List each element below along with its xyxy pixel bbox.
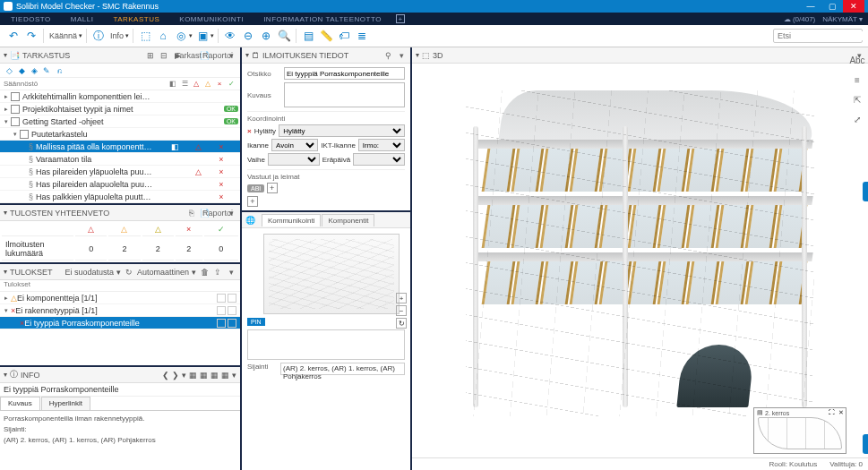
expand-icon[interactable]: ▾ <box>2 307 11 314</box>
hylatty-select[interactable]: Hylätty <box>279 124 405 137</box>
collapse-icon[interactable]: ▾ <box>245 51 249 59</box>
snapshot-image[interactable] <box>263 234 400 314</box>
vaihe-select[interactable] <box>268 153 320 166</box>
expand-icon[interactable]: ▾ <box>11 131 20 138</box>
add-snapshot-button[interactable]: + <box>396 293 407 303</box>
box-icon[interactable]: ▣ <box>194 28 211 44</box>
expand-icon[interactable]: ▸ <box>2 295 11 302</box>
grid2-icon[interactable]: ▦ <box>200 371 208 380</box>
tab-tarkastus[interactable]: TARKASTUS <box>107 13 165 25</box>
add-tab-button[interactable]: + <box>396 14 405 23</box>
sync-status[interactable]: ☁ (0/407) <box>784 15 816 23</box>
tab-informaatio[interactable]: INFORMAATION TALTEENOTTO <box>258 13 387 25</box>
report-label[interactable]: Raportoi <box>212 50 223 61</box>
layers-icon[interactable]: ≣ <box>354 28 370 44</box>
export-icon[interactable]: ⇱ <box>850 92 864 107</box>
tab-kommunikointi[interactable]: KOMMUNIKOINTI <box>174 13 249 25</box>
panel-menu-icon[interactable]: ▾ <box>226 50 236 61</box>
abi-tag[interactable]: ABI <box>247 184 264 192</box>
panel-menu-icon[interactable]: ▾ <box>396 50 407 61</box>
home-icon[interactable]: ⌂ <box>155 28 171 44</box>
settings-plus-icon[interactable]: ⊞ <box>145 50 156 61</box>
panel-menu-icon[interactable]: ▾ <box>226 208 236 218</box>
tab-kuvaus[interactable]: Kuvaus <box>0 397 40 410</box>
tab-komponentit[interactable]: Komponentit <box>322 214 374 226</box>
share-icon[interactable]: ⇪ <box>212 267 223 278</box>
rule-row[interactable]: §Has palkkien yläpuolelta puuttuvat komp… <box>0 191 240 203</box>
pin-icon[interactable]: ⚲ <box>382 50 393 61</box>
grid4-icon[interactable]: ▦ <box>221 371 229 380</box>
select-icon[interactable]: ⬚ <box>137 28 153 44</box>
add-row-button[interactable]: + <box>247 196 258 207</box>
settings-minus-icon[interactable]: ⊟ <box>159 50 169 61</box>
reject-icon[interactable]: × <box>247 127 252 135</box>
target-icon[interactable]: ◎ <box>173 28 189 44</box>
side-handle[interactable] <box>863 434 868 454</box>
checkbox[interactable] <box>11 105 20 114</box>
zoom-target-icon[interactable]: 🔍 <box>276 28 292 44</box>
window-maximize-button[interactable]: ▢ <box>821 0 843 13</box>
zoom-out-icon[interactable]: ⊖ <box>240 28 256 44</box>
checkbox[interactable] <box>11 92 20 101</box>
rule-row[interactable]: §Has pilareiden yläpuolelta puuttuvat ko… <box>0 166 240 178</box>
window-close-button[interactable]: ✕ <box>843 0 864 13</box>
rule-row[interactable]: §Varaamaton tila× <box>0 153 240 166</box>
check-label[interactable]: Tarkasta <box>185 50 196 61</box>
tool-icon[interactable]: ⎌ <box>54 65 64 76</box>
info-icon[interactable]: ⓘ <box>90 28 107 44</box>
eraspiva-select[interactable] <box>353 153 405 166</box>
tool-icon[interactable]: ◈ <box>29 65 39 76</box>
tool-icon[interactable]: ◇ <box>4 65 14 76</box>
tab-tiedosto[interactable]: TIEDOSTO <box>5 13 56 25</box>
nav-next-icon[interactable]: ❯ <box>172 371 179 380</box>
rule-row[interactable]: ▸Projektikohtaiset tyypit ja nimetOK <box>0 103 240 115</box>
ikanne-select[interactable]: Avoin <box>271 139 318 151</box>
search-input[interactable]: 🔍 <box>773 29 863 43</box>
rule-row[interactable]: ▾Getting Started -ohjeetOK <box>0 115 240 128</box>
filter-select[interactable]: Ei suodatusta <box>64 268 114 277</box>
stack-icon[interactable]: ≡ <box>850 73 864 87</box>
collapse-icon[interactable]: ▾ <box>4 371 7 379</box>
pin-badge[interactable]: PIN <box>247 318 265 326</box>
expand-icon[interactable]: ▸ <box>2 106 11 113</box>
redo-button[interactable]: ↷ <box>23 28 39 44</box>
rule-row[interactable]: ▾Puutetarkastelu <box>0 128 240 141</box>
info-label[interactable]: Info <box>110 31 124 40</box>
floor-minimap[interactable]: ▤2. kerros ⛶ ✕ <box>753 407 847 454</box>
markup-icon[interactable]: 🏷 <box>336 28 352 44</box>
nav-prev-icon[interactable]: ❮ <box>162 371 169 380</box>
views-dropdown[interactable]: NÄKYMÄT ▾ <box>822 15 863 23</box>
visibility-icon[interactable]: 👁 <box>222 28 238 44</box>
tool-icon[interactable]: ✎ <box>41 65 52 76</box>
collapse-icon[interactable]: ▾ <box>4 51 7 59</box>
remove-snapshot-button[interactable]: − <box>396 305 407 316</box>
text-tool-icon[interactable]: Abc <box>850 53 864 67</box>
undo-button[interactable]: ↶ <box>5 28 21 44</box>
search-field[interactable] <box>778 31 868 40</box>
checkbox[interactable] <box>11 117 20 126</box>
collapse-icon[interactable]: ▾ <box>4 209 7 217</box>
rotate-label[interactable]: Käännä <box>49 31 77 40</box>
tool-icon[interactable]: ◆ <box>16 65 27 76</box>
ikt-select[interactable]: Irmo: <box>358 139 405 151</box>
tab-hyperlinkit[interactable]: Hyperlinkit <box>41 397 90 410</box>
comment-text[interactable] <box>247 329 405 360</box>
rule-row[interactable]: §Has pilareiden alapuolelta puuttuvat ko… <box>0 178 240 191</box>
minimap-close-icon[interactable]: ✕ <box>838 409 844 416</box>
otsikko-input[interactable] <box>284 67 405 80</box>
measure-icon[interactable]: 📏 <box>318 28 334 44</box>
expand-icon[interactable]: ▾ <box>2 118 11 125</box>
tab-malli[interactable]: MALLI <box>65 13 99 25</box>
tab-kommunikointi[interactable]: Kommunikointi <box>262 214 321 226</box>
yht-icon[interactable]: ⎘ <box>185 208 196 218</box>
panel-menu-icon[interactable]: ▾ <box>232 371 236 380</box>
rule-row[interactable]: §Mallissa pitää olla komponentteja, ja n… <box>0 141 240 153</box>
reload-snapshot-button[interactable]: ↻ <box>396 318 407 329</box>
expand-icon[interactable]: ▸ <box>2 93 11 100</box>
collapse-icon[interactable]: ▾ <box>416 51 419 59</box>
panel-menu-icon[interactable]: ▾ <box>226 267 236 278</box>
add-tag-button[interactable]: + <box>267 183 278 193</box>
refresh-icon[interactable]: ↻ <box>124 267 134 278</box>
snap-icon[interactable]: ⤢ <box>850 112 864 126</box>
collapse-icon[interactable]: ▾ <box>4 268 7 276</box>
